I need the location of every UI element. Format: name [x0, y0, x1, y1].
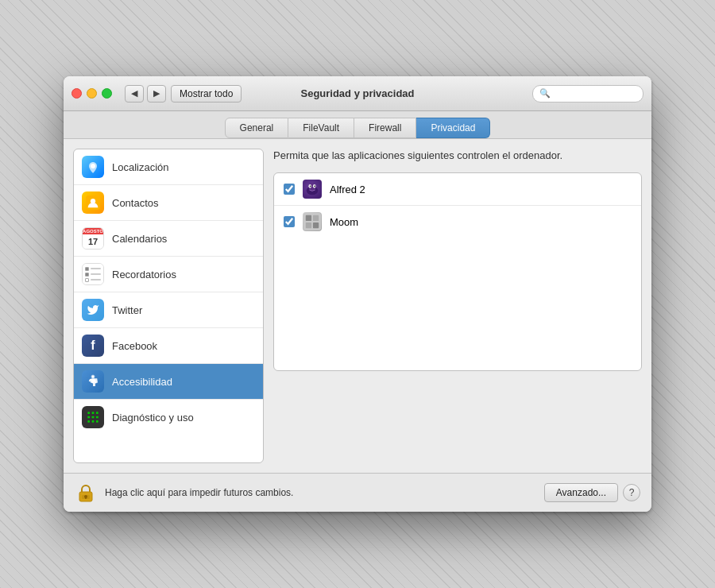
svg-rect-5 — [87, 412, 90, 414]
moom-icon — [303, 212, 322, 231]
svg-rect-12 — [92, 420, 95, 423]
svg-rect-23 — [306, 222, 311, 228]
svg-rect-28 — [85, 497, 87, 499]
contactos-label: Contactos — [112, 197, 159, 209]
titlebar: ◀ ▶ Mostrar todo Seguridad y privacidad … — [64, 76, 651, 111]
recordatorios-icon — [82, 263, 104, 285]
svg-rect-21 — [306, 215, 311, 221]
window-title: Seguridad y privacidad — [300, 87, 414, 99]
sidebar-item-localizacion[interactable]: Localización — [74, 149, 263, 185]
svg-rect-22 — [313, 215, 319, 221]
main-window: ◀ ▶ Mostrar todo Seguridad y privacidad … — [64, 76, 651, 512]
tab-general[interactable]: General — [225, 118, 289, 138]
svg-rect-7 — [96, 412, 99, 414]
advanced-button[interactable]: Avanzado... — [544, 483, 618, 502]
svg-point-17 — [310, 186, 311, 188]
lock-icon — [75, 482, 97, 504]
contactos-icon — [82, 191, 104, 214]
localizacion-label: Localización — [112, 161, 169, 173]
facebook-label: Facebook — [112, 340, 157, 352]
window-controls — [72, 88, 112, 99]
sidebar-item-contactos[interactable]: Contactos — [74, 185, 263, 221]
recordatorios-label: Recordatorios — [112, 269, 176, 280]
panel-description: Permita que las aplicaciones siguientes … — [273, 149, 642, 163]
sidebar-item-accesibilidad[interactable]: Accesibilidad — [74, 364, 263, 400]
diagnostico-icon — [82, 406, 104, 428]
app-item-moom: Moom — [274, 206, 641, 238]
sidebar-item-diagnostico[interactable]: Diagnóstico y uso — [74, 400, 263, 435]
maximize-button[interactable] — [102, 88, 112, 99]
localizacion-icon — [82, 156, 104, 178]
sidebar: Localización Contactos AGOSTO 17 — [73, 149, 264, 463]
bottom-bar: Haga clic aquí para impedir futuros camb… — [64, 473, 651, 512]
app-item-alfred: Alfred 2 — [274, 173, 641, 206]
show-all-button[interactable]: Mostrar todo — [171, 85, 242, 103]
help-button[interactable]: ? — [623, 484, 640, 501]
sidebar-item-calendarios[interactable]: AGOSTO 17 Calendarios — [74, 221, 263, 257]
moom-name: Moom — [330, 216, 358, 228]
svg-rect-8 — [87, 416, 90, 419]
bottom-text: Haga clic aquí para impedir futuros camb… — [105, 487, 544, 498]
svg-rect-13 — [96, 420, 99, 423]
tab-filevault[interactable]: FileVault — [288, 118, 354, 138]
main-content: Localización Contactos AGOSTO 17 — [64, 139, 651, 473]
alfred-name: Alfred 2 — [330, 184, 365, 195]
calendarios-icon: AGOSTO 17 — [82, 227, 104, 250]
twitter-label: Twitter — [112, 304, 142, 316]
svg-rect-6 — [92, 412, 95, 414]
search-box[interactable]: 🔍 — [532, 85, 644, 103]
svg-rect-11 — [87, 420, 90, 423]
alfred-checkbox[interactable] — [284, 184, 295, 195]
sidebar-item-recordatorios[interactable]: Recordatorios — [74, 257, 263, 292]
svg-rect-9 — [92, 416, 95, 419]
minimize-button[interactable] — [87, 88, 97, 99]
svg-rect-24 — [313, 222, 319, 228]
moom-checkbox[interactable] — [284, 216, 295, 227]
alfred-icon — [303, 180, 322, 199]
right-panel: Permita que las aplicaciones siguientes … — [273, 149, 642, 463]
sidebar-item-twitter[interactable]: Twitter — [74, 292, 263, 328]
back-button[interactable]: ◀ — [125, 85, 144, 103]
tab-privacidad[interactable]: Privacidad — [416, 118, 490, 138]
forward-button[interactable]: ▶ — [147, 85, 166, 103]
sidebar-item-facebook[interactable]: f Facebook — [74, 328, 263, 364]
search-icon: 🔍 — [539, 88, 551, 99]
diagnostico-label: Diagnóstico y uso — [112, 412, 194, 424]
calendarios-label: Calendarios — [112, 233, 167, 245]
svg-point-19 — [314, 186, 315, 188]
tabs-bar: General FileVault Firewall Privacidad — [64, 111, 651, 139]
nav-buttons: ◀ ▶ — [125, 85, 166, 103]
twitter-icon — [82, 299, 104, 321]
accesibilidad-label: Accesibilidad — [112, 376, 172, 388]
accesibilidad-icon — [82, 370, 104, 393]
svg-rect-10 — [96, 416, 99, 419]
apps-list: Alfred 2 Moom — [273, 172, 642, 371]
facebook-icon: f — [82, 335, 104, 357]
svg-point-3 — [92, 376, 95, 378]
tab-firewall[interactable]: Firewall — [354, 118, 416, 138]
close-button[interactable] — [72, 88, 82, 99]
